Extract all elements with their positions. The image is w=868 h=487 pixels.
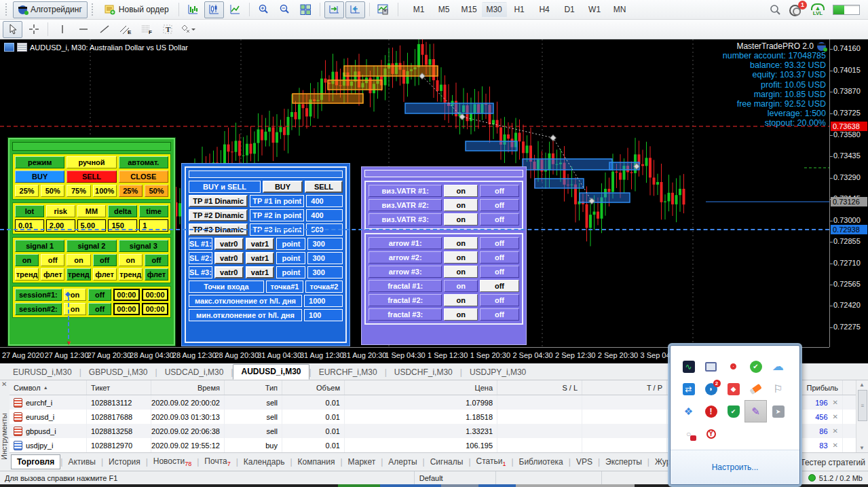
auto-scroll-button[interactable] bbox=[324, 1, 344, 18]
scroll-down-icon[interactable]: ▼ bbox=[859, 445, 865, 451]
signal2-flat-button[interactable]: флет bbox=[93, 268, 117, 281]
order-button-CLOSE[interactable]: CLOSE bbox=[119, 170, 168, 183]
arrow#2-off-button[interactable]: off bbox=[480, 251, 519, 264]
level-up-icon[interactable]: ▲ LVL bbox=[811, 3, 825, 16]
signal-header-button[interactable]: signal 2 bbox=[67, 240, 116, 252]
session1-end-field[interactable]: 00:00 bbox=[142, 289, 168, 301]
signal3-trend-button[interactable]: тренд bbox=[119, 268, 143, 281]
status-ok-icon[interactable]: ✔ bbox=[744, 355, 767, 378]
signal3-on-button[interactable]: on bbox=[119, 254, 143, 266]
chart-tab-AUDUSD_i[interactable]: AUDUSD_i,M30 bbox=[233, 364, 309, 380]
session2-on-button[interactable]: on bbox=[64, 303, 87, 315]
close-position-icon[interactable]: ✕ bbox=[833, 427, 838, 435]
opera-browser-icon[interactable] bbox=[722, 355, 744, 378]
tp1-dinamic-button[interactable]: TP #1 Dinamic bbox=[189, 195, 248, 207]
timeframe-button-M5[interactable]: M5 bbox=[432, 2, 457, 18]
cloud-storage-icon[interactable]: ☁ bbox=[767, 355, 789, 378]
session1-label-button[interactable]: session#1: bbox=[15, 289, 62, 301]
param-button-delta[interactable]: delta bbox=[108, 205, 137, 217]
sl2-point-button[interactable]: point bbox=[276, 252, 305, 264]
fractal#1-label-button[interactable]: fractal #1: bbox=[369, 280, 442, 292]
flag-icon[interactable]: ⚐ bbox=[767, 378, 789, 400]
sl2-vatr1-button[interactable]: vatr1 bbox=[246, 252, 275, 264]
визVATR#2-on-button[interactable]: on bbox=[444, 199, 478, 211]
templates-button[interactable] bbox=[374, 1, 394, 18]
terminal-tab-Статьи[interactable]: Статьи1 bbox=[471, 454, 512, 469]
text-tool-button[interactable]: T bbox=[157, 21, 177, 38]
arrow#3-off-button[interactable]: off bbox=[480, 266, 519, 278]
deviation1-value-field[interactable]: 1000 bbox=[304, 295, 343, 307]
close-position-icon[interactable]: ✕ bbox=[833, 399, 838, 406]
terminal-tab-История[interactable]: История bbox=[103, 455, 146, 469]
bird-app-icon[interactable]: ➤ bbox=[767, 400, 789, 422]
close-icon[interactable]: ✕ bbox=[1, 381, 7, 388]
zoom-in-button[interactable] bbox=[254, 1, 273, 18]
chart-window[interactable]: AUDUSD_i, M30: Australian Dollar vs US D… bbox=[0, 39, 868, 363]
arrow#2-label-button[interactable]: arrow #2: bbox=[369, 251, 442, 264]
tp2-value-field[interactable]: 400 bbox=[306, 209, 343, 221]
column-header-Время[interactable]: Время bbox=[151, 380, 225, 395]
teamviewer-icon[interactable]: ⇄ bbox=[677, 378, 700, 400]
session1-off-button[interactable]: off bbox=[88, 289, 111, 301]
deviation2-label-button[interactable]: мин.отклонение от h/l. дня bbox=[189, 309, 302, 321]
zoom-out-button[interactable] bbox=[275, 1, 295, 18]
terminal-tab-Торговля[interactable]: Торговля bbox=[11, 454, 60, 469]
timeframe-button-M1[interactable]: M1 bbox=[407, 2, 432, 18]
sl1-value-field[interactable]: 300 bbox=[307, 238, 343, 250]
sl3-vatr0-button[interactable]: vatr0 bbox=[214, 266, 244, 278]
tp2-dinamic-button[interactable]: TP #2 Dinamic bbox=[189, 209, 248, 221]
status-profile[interactable]: Default bbox=[415, 471, 496, 484]
column-header-Тип[interactable]: Тип bbox=[225, 380, 282, 395]
chart-tab-USDJPY_i[interactable]: USDJPY_i,M30 bbox=[462, 365, 533, 380]
entry-button-1[interactable]: точка#1 bbox=[266, 281, 303, 293]
визVATR#1-off-button[interactable]: off bbox=[480, 185, 519, 197]
shield-check-icon[interactable]: ✔ bbox=[722, 400, 744, 422]
terminal-tab-Алерты[interactable]: Алерты bbox=[383, 455, 422, 469]
signal2-trend-button[interactable]: тренд bbox=[67, 268, 90, 281]
yandex-browser-icon[interactable]: Y bbox=[700, 422, 722, 445]
terminal-tab-Библиотека[interactable]: Библиотека bbox=[514, 455, 569, 469]
close-position-icon[interactable]: ✕ bbox=[833, 441, 838, 449]
timeframe-button-M15[interactable]: M15 bbox=[457, 2, 482, 18]
chart-shift-button[interactable] bbox=[345, 1, 365, 18]
signal-header-button[interactable]: signal 3 bbox=[119, 240, 168, 252]
session2-end-field[interactable]: 00:00 bbox=[142, 303, 168, 315]
arrow#3-on-button[interactable]: on bbox=[444, 266, 478, 278]
cursor-button[interactable] bbox=[3, 21, 22, 38]
notification-badge-icon[interactable]: ◗2 bbox=[700, 378, 722, 400]
terminal-tab-Новости[interactable]: Новости78 bbox=[148, 454, 197, 469]
media-player-icon[interactable]: ∿ bbox=[677, 355, 700, 378]
mode-button-ручной[interactable]: ручной bbox=[67, 156, 116, 168]
deviation2-value-field[interactable]: 100 bbox=[304, 309, 343, 321]
sl1-label-button[interactable]: SL #1: bbox=[189, 238, 212, 250]
terminal-tab-Почта[interactable]: Почта7 bbox=[199, 454, 235, 469]
chart-tab-USDCAD_i[interactable]: USDCAD_i,M30 bbox=[157, 365, 231, 380]
column-header-Тикет[interactable]: Тикет bbox=[87, 380, 151, 395]
entry-button-2[interactable]: точка#2 bbox=[305, 281, 343, 293]
terminal-tab-Сигналы[interactable]: Сигналы bbox=[425, 455, 469, 469]
column-header-T / P[interactable]: T / P bbox=[582, 380, 667, 395]
horizontal-line-button[interactable] bbox=[73, 21, 93, 38]
blue-header-BUY[interactable]: BUY bbox=[263, 181, 303, 193]
pen-tool-icon[interactable]: ✎ bbox=[744, 400, 767, 422]
column-header-Объем[interactable]: Объем bbox=[282, 380, 345, 395]
fractal#2-off-button[interactable]: off bbox=[480, 294, 519, 306]
sl3-vatr1-button[interactable]: vatr1 bbox=[246, 266, 275, 278]
algotrading-button[interactable]: Алготрейдинг bbox=[13, 1, 88, 18]
purple-panel-titlebar[interactable] bbox=[364, 170, 523, 177]
визVATR#2-label-button[interactable]: виз.VATR #2: bbox=[369, 199, 442, 211]
equidistant-channel-button[interactable]: E bbox=[115, 21, 135, 38]
fractal#3-off-button[interactable]: off bbox=[480, 308, 519, 321]
scroll-up-icon[interactable]: ▲ bbox=[859, 382, 865, 388]
sl1-point-button[interactable]: point bbox=[276, 238, 305, 250]
red-app-icon[interactable]: ◆ bbox=[722, 378, 744, 400]
new-order-button[interactable]: Новый ордер bbox=[99, 1, 174, 18]
percent-button-50%[interactable]: 50% bbox=[41, 185, 64, 197]
terminal-tab-Активы[interactable]: Активы bbox=[62, 455, 101, 469]
fractal#2-label-button[interactable]: fractal #2: bbox=[369, 294, 442, 306]
signal1-flat-button[interactable]: флет bbox=[41, 268, 64, 281]
tray-customize-link[interactable]: Настроить... bbox=[712, 463, 759, 472]
signal1-trend-button[interactable]: тренд bbox=[15, 268, 39, 281]
display-settings-icon[interactable] bbox=[700, 355, 722, 378]
arrow#3-label-button[interactable]: arrow #3: bbox=[369, 266, 442, 278]
